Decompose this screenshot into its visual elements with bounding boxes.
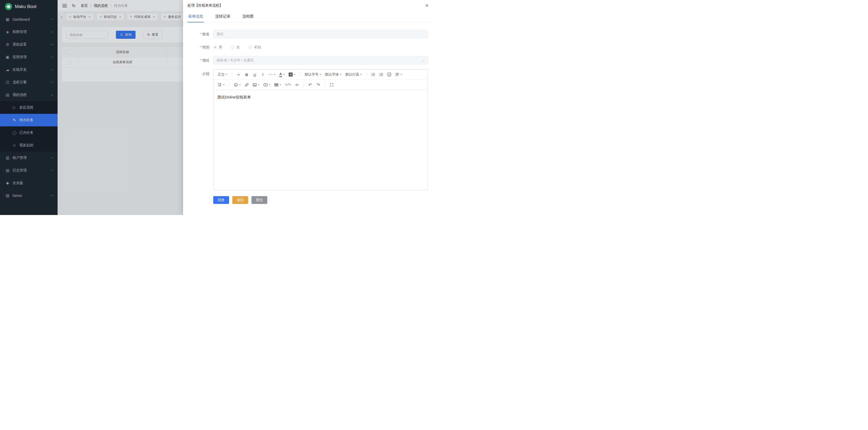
form-row-address: *地址 湖南省 / 长沙市 / 岳麓区 (183, 56, 428, 64)
modal-body: *姓名 *性别 男 女 (183, 22, 434, 215)
address-value: 湖南省 / 长沙市 / 岳麓区 (217, 58, 254, 63)
chevron-down-icon (422, 59, 425, 61)
caret-down-icon (360, 74, 362, 75)
font-family-label: 默认字体 (325, 72, 339, 77)
toolbar-separator (325, 82, 325, 88)
close-modal-icon[interactable]: × (425, 3, 429, 8)
caret-down-icon (401, 74, 402, 75)
insert-divider-button[interactable] (293, 81, 301, 89)
redo-icon: ↷ (316, 83, 320, 87)
blockquote-button[interactable]: “ (235, 71, 242, 78)
font-family-dropdown[interactable]: 默认字体 (323, 71, 343, 78)
italic-button[interactable]: I (259, 71, 267, 78)
font-color-icon: A (279, 72, 282, 77)
radio-label: 女 (236, 45, 240, 50)
name-label: *姓名 (183, 32, 213, 36)
more-icon: ··· (269, 73, 273, 76)
tab-form-info[interactable]: 表单信息 (188, 12, 204, 22)
tab-flow-records[interactable]: 流转记录 (215, 12, 231, 22)
form-row-gender: *性别 男 女 未知 (183, 43, 428, 51)
radio-unknown[interactable]: 未知 (248, 45, 261, 50)
align-icon (395, 73, 399, 77)
rich-text-editor: 正文 “ B U I ··· A A 默认字号 默认字体 (213, 69, 428, 190)
video-icon (264, 83, 268, 87)
approve-button[interactable]: 同意 (213, 196, 229, 204)
gender-radio-group: 男 女 未知 (213, 43, 428, 51)
table-icon (274, 83, 278, 87)
radio-label: 男 (219, 45, 222, 50)
gender-label: *性别 (183, 45, 213, 50)
intro-label: 介绍 (183, 69, 213, 76)
undo-button[interactable]: ↶ (307, 81, 314, 89)
required-mark: * (200, 45, 202, 49)
bg-color-icon: A (289, 73, 293, 77)
toolbar-separator (232, 72, 232, 77)
caret-down-icon (280, 84, 281, 85)
toolbar-separator (366, 72, 367, 77)
reject-button[interactable]: 驳回 (232, 196, 248, 204)
form-row-name: *姓名 (183, 30, 428, 38)
modal-tabs: 表单信息 流转记录 流程图 (183, 11, 434, 22)
align-dropdown[interactable] (394, 71, 404, 78)
line-height-dropdown[interactable]: 默认行高 (344, 71, 364, 78)
fullscreen-button[interactable] (328, 81, 335, 89)
undo-icon: ↶ (308, 83, 312, 87)
bullet-list-icon (371, 73, 375, 77)
line-height-label: 默认行高 (345, 72, 359, 77)
insert-video-dropdown[interactable] (262, 81, 272, 89)
modal-title: 处理【在线表单流程】 (188, 3, 223, 8)
name-field[interactable] (213, 30, 428, 38)
font-size-label: 默认字号 (305, 72, 318, 77)
caret-down-icon (283, 74, 285, 75)
address-select[interactable]: 湖南省 / 长沙市 / 岳麓区 (213, 56, 428, 64)
bold-icon: B (245, 73, 248, 77)
code-icon: </> (285, 83, 291, 87)
toolbar-separator (229, 82, 229, 88)
process-handle-modal: 处理【在线表单流程】 × 表单信息 流转记录 流程图 *姓名 *性别 (183, 0, 434, 215)
emoji-icon (234, 83, 238, 87)
bold-button[interactable]: B (243, 71, 250, 78)
caret-down-icon (226, 74, 227, 75)
insert-table-dropdown[interactable] (273, 81, 283, 89)
insert-link-button[interactable] (243, 81, 250, 89)
radio-icon (231, 46, 234, 49)
todo-list-button[interactable] (385, 71, 393, 78)
indent-icon (218, 83, 222, 87)
svg-text:3: 3 (379, 75, 380, 77)
editor-content[interactable]: 测试Online在线表单 (214, 90, 428, 190)
ordered-list-button[interactable]: 123 (377, 71, 385, 78)
underline-button[interactable]: U (251, 71, 258, 78)
tab-flow-diagram[interactable]: 流程图 (242, 12, 254, 22)
required-mark: * (200, 32, 202, 36)
caret-down-icon (223, 84, 224, 85)
emoji-dropdown[interactable] (232, 81, 242, 89)
radio-selected-icon (213, 46, 217, 49)
redo-button[interactable]: ↷ (315, 81, 322, 89)
modal-actions: 同意 驳回 委托 (213, 196, 428, 204)
fullscreen-icon (330, 83, 334, 87)
image-icon (253, 83, 257, 87)
address-label: *地址 (183, 58, 213, 63)
editor-toolbar-row-2: </> ↶ ↷ (214, 80, 428, 90)
more-styles-dropdown[interactable]: ··· (267, 71, 277, 78)
modal-header: 处理【在线表单流程】 × (183, 0, 434, 11)
indent-dropdown[interactable] (216, 81, 226, 89)
caret-down-icon (269, 84, 270, 85)
ordered-list-icon: 123 (379, 73, 383, 77)
paragraph-style-dropdown[interactable]: 正文 (216, 71, 229, 78)
bullet-list-button[interactable] (369, 71, 377, 78)
paragraph-style-label: 正文 (218, 72, 224, 77)
delegate-button[interactable]: 委托 (251, 196, 267, 204)
app-screen: Maku Boot ▦ Dashboard ◈ 权限管理 ⚙ 系统设置 ▣ 应用… (0, 0, 434, 215)
insert-image-dropdown[interactable] (251, 81, 261, 89)
radio-female[interactable]: 女 (231, 45, 240, 50)
caret-down-icon (239, 84, 241, 85)
caret-down-icon (319, 74, 321, 75)
underline-icon: U (253, 73, 256, 77)
font-color-dropdown[interactable]: A (278, 71, 286, 78)
font-size-dropdown[interactable]: 默认字号 (303, 71, 323, 78)
code-block-button[interactable]: </> (283, 81, 293, 89)
radio-male[interactable]: 男 (213, 45, 222, 50)
todo-checkbox-icon (387, 73, 391, 77)
bg-color-dropdown[interactable]: A (287, 71, 297, 78)
